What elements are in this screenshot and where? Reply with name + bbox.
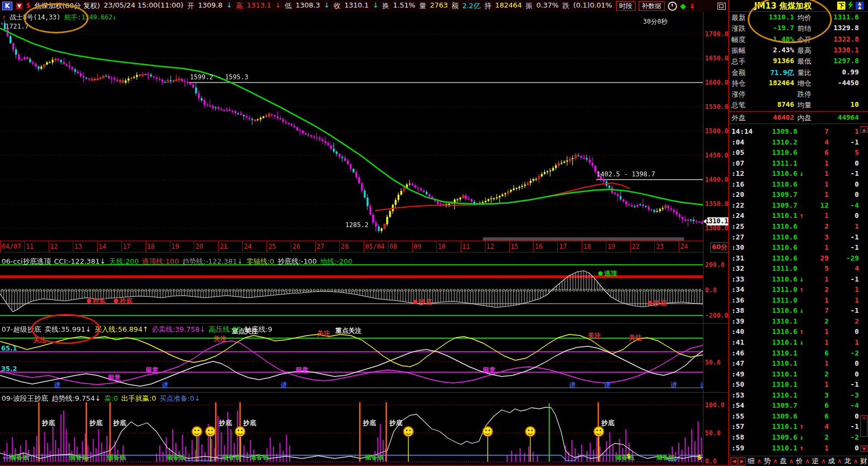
tick-price: 1310.1 [760,380,797,388]
quote-label: 涨跌 [732,24,746,33]
tick-volume: 2 [806,317,829,325]
clock-icon[interactable] [668,2,677,11]
tick-price: 1310.6 [760,275,797,283]
date-axis[interactable]: 04/07111213141718192021242526272805/0408… [0,241,703,252]
quote-label: 总手 [732,57,746,66]
indicator-axis-label: 50.0 [705,359,729,366]
tick-price: 1311.0 [760,264,797,272]
tick-price: 1310.6 [760,327,797,335]
tab-separator: ∧ [853,457,858,465]
panel-tab-6[interactable]: 成 [827,456,836,466]
date-axis-label: 08 [389,243,397,250]
tick-price: 1309.6 [760,412,797,420]
kline-dropdown-icon[interactable]: ▼ [16,3,22,9]
tick-volume: 2 [806,433,829,441]
quote-value: 1297.8 [818,57,859,65]
quote-label: 振幅 [732,46,746,56]
patch-data-button[interactable]: 补数据 [639,1,665,11]
strategy-line: ↑ 战士8号(14,33) 舵手:1349.662↓ [2,13,117,21]
date-axis-label: 15 [511,243,518,250]
window-restore-icon[interactable] [717,3,726,10]
tab-separator: ∧ [789,457,794,465]
date-axis-tick [630,241,631,252]
toolbar-field: 182464 [495,1,522,11]
indicator-axis-label: 0.0 [705,457,729,465]
quote-row: 涨跌-19.7前结1329.8 [729,24,868,35]
panel-tab-bar: ◀▶细∧势∧盘∧价∧逆∧成∧龙∧财 [729,456,868,466]
kline-mode-button[interactable]: K [2,2,12,10]
main-candlestick-chart[interactable] [0,12,703,241]
quote-value: 1322.8 [818,35,859,43]
tick-volume: 1 [806,380,829,388]
tick-delta: 0 [833,211,859,220]
tick-row: :541309.76-4 [729,401,868,412]
date-axis-tick [266,241,267,252]
tab-scroll-right-icon[interactable]: ▶ [739,457,746,465]
chart-scrollbar[interactable] [483,237,684,241]
tick-volume: 4 [806,422,829,430]
tick-row: :551309.660 [729,412,868,422]
panel-tab-4[interactable]: 价 [795,456,804,466]
tab-separator: ∧ [805,457,810,465]
period-label[interactable]: 60分 [710,242,729,252]
tick-row: :201309.710 [729,190,868,201]
panel-tab-3[interactable]: 盘 [778,456,788,466]
wave-header-field: 卖:0 [104,394,120,402]
tick-row: :221309.712-4 [729,201,868,211]
panel-tab-2[interactable]: 势 [763,456,772,466]
toolbar-field: $ [26,1,30,11]
tick-row: :331310.6↓1-1 [729,275,868,285]
toolbar-field: 高 [236,1,243,11]
price-axis-label: 1700.0 [705,30,729,38]
time-segment-button[interactable]: 时段 [616,1,635,11]
tick-price: 1310.1 [760,359,797,367]
tick-delta: 0 [833,359,859,367]
cci-header-field: 天线:200 [109,257,141,265]
lightning-icon[interactable] [846,2,855,10]
scroll-thumb[interactable]: ≡ [860,415,867,437]
tick-delta: 0 [833,180,859,188]
tab-scroll-left-icon[interactable]: ◀ [730,457,737,465]
tick-time: :50 [732,380,758,388]
tick-row: :581309.6↓2-2 [729,433,868,443]
instrument-title: JM13 焦煤加权 [754,1,812,11]
quote-label: 最高 [797,46,811,56]
scroll-up-icon[interactable]: ▲ [860,126,867,133]
date-axis-tick [436,241,437,252]
down-badge-icon[interactable]: 下 [837,2,845,10]
tick-time: :34 [732,285,758,293]
tick-volume: 1 [806,211,829,220]
quote-value: 182464 [753,79,794,87]
tick-direction-icon: ↑ [799,444,804,452]
tick-row: :301310.61-1 [729,243,868,253]
panel-tab-1[interactable]: 细 [747,456,756,466]
quote-value: 0.99 [818,68,859,76]
sort-arrows-icon[interactable]: ▲▲ [856,2,864,10]
tick-time: :22 [732,201,758,209]
tick-volume: 1 [806,190,829,198]
toolbar-field: 1313.1 [247,1,271,11]
date-axis-tick [49,241,49,252]
tick-row: :401310.6↑10 [729,327,868,338]
date-axis-tick [121,241,122,252]
panel-tab-7[interactable]: 龙 [843,456,852,466]
tick-price: 1311.0 [760,285,797,293]
tick-delta: 5 [833,148,859,156]
panel-tab-5[interactable]: 逆 [811,456,820,466]
wave-king-indicator-pane[interactable] [0,393,703,465]
tick-time: :12 [732,169,758,177]
indicator-axis-label: 100.0 [705,401,729,409]
date-axis-tick [606,241,606,252]
tick-volume: 1 [806,327,829,335]
tick-price: 1310.1 [760,211,797,220]
toolbar-field: 跌 [563,1,570,11]
tick-delta: 0 [833,190,859,198]
quote-label: 幅度 [732,35,746,45]
diamond-icon[interactable]: ◆ [680,2,686,10]
quote-label: 最新 [732,13,746,23]
tick-volume: 3 [806,391,829,399]
panel-tab-8[interactable]: 财 [859,456,868,466]
tick-delta: -1 [833,422,859,430]
scroll-down-icon[interactable]: ▼ [860,446,867,452]
red-arrow-icon[interactable]: ⇓ [689,2,695,10]
